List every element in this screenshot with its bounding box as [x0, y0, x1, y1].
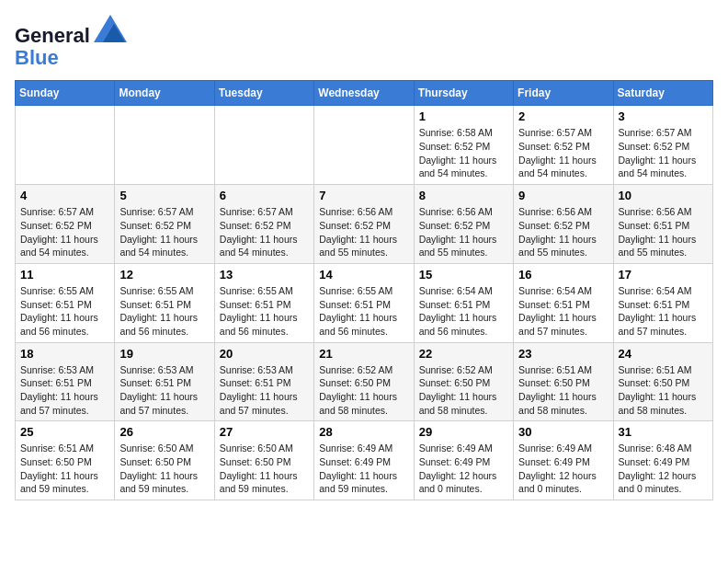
week-row-1: 1Sunrise: 6:58 AMSunset: 6:52 PMDaylight…	[16, 106, 713, 185]
day-info: Sunrise: 6:53 AMSunset: 6:51 PMDaylight:…	[20, 363, 109, 418]
calendar-cell: 1Sunrise: 6:58 AMSunset: 6:52 PMDaylight…	[414, 106, 513, 185]
calendar-cell: 12Sunrise: 6:55 AMSunset: 6:51 PMDayligh…	[115, 263, 214, 342]
day-info: Sunrise: 6:51 AMSunset: 6:50 PMDaylight:…	[518, 363, 608, 418]
day-info: Sunrise: 6:48 AMSunset: 6:49 PMDaylight:…	[619, 442, 708, 496]
calendar-cell: 10Sunrise: 6:56 AMSunset: 6:51 PMDayligh…	[613, 185, 712, 264]
calendar-cell: 22Sunrise: 6:52 AMSunset: 6:50 PMDayligh…	[414, 342, 513, 421]
day-number: 15	[419, 268, 508, 282]
day-number: 21	[319, 347, 408, 361]
logo-icon	[94, 15, 127, 42]
day-number: 27	[220, 425, 309, 439]
week-row-3: 11Sunrise: 6:55 AMSunset: 6:51 PMDayligh…	[16, 263, 713, 342]
calendar-cell: 18Sunrise: 6:53 AMSunset: 6:51 PMDayligh…	[16, 342, 115, 421]
day-info: Sunrise: 6:53 AMSunset: 6:51 PMDaylight:…	[119, 363, 209, 418]
day-number: 3	[619, 109, 708, 123]
day-number: 25	[20, 425, 109, 439]
calendar-cell: 9Sunrise: 6:56 AMSunset: 6:52 PMDaylight…	[514, 185, 613, 264]
calendar-cell: 15Sunrise: 6:54 AMSunset: 6:51 PMDayligh…	[414, 263, 513, 342]
day-info: Sunrise: 6:51 AMSunset: 6:50 PMDaylight:…	[619, 363, 708, 418]
day-number: 13	[220, 268, 309, 282]
day-info: Sunrise: 6:49 AMSunset: 6:49 PMDaylight:…	[319, 442, 408, 496]
day-info: Sunrise: 6:55 AMSunset: 6:51 PMDaylight:…	[220, 284, 309, 339]
day-info: Sunrise: 6:57 AMSunset: 6:52 PMDaylight:…	[518, 126, 608, 180]
day-info: Sunrise: 6:56 AMSunset: 6:52 PMDaylight:…	[319, 205, 408, 259]
day-number: 9	[518, 189, 608, 202]
day-number: 19	[119, 347, 209, 361]
calendar-cell: 23Sunrise: 6:51 AMSunset: 6:50 PMDayligh…	[514, 342, 613, 421]
day-number: 20	[220, 347, 309, 361]
weekday-header-sunday: Sunday	[16, 81, 115, 106]
day-number: 30	[518, 425, 608, 439]
calendar-cell: 25Sunrise: 6:51 AMSunset: 6:50 PMDayligh…	[16, 421, 115, 500]
day-number: 4	[20, 189, 109, 202]
weekday-header-tuesday: Tuesday	[214, 81, 313, 106]
day-number: 29	[419, 425, 508, 439]
day-number: 11	[20, 268, 109, 282]
calendar-cell	[314, 106, 414, 185]
day-info: Sunrise: 6:56 AMSunset: 6:52 PMDaylight:…	[518, 205, 608, 259]
calendar-cell: 24Sunrise: 6:51 AMSunset: 6:50 PMDayligh…	[613, 342, 712, 421]
day-number: 24	[619, 347, 708, 361]
day-info: Sunrise: 6:57 AMSunset: 6:52 PMDaylight:…	[220, 205, 309, 259]
calendar-cell: 20Sunrise: 6:53 AMSunset: 6:51 PMDayligh…	[214, 342, 313, 421]
calendar-cell	[115, 106, 214, 185]
calendar-cell: 31Sunrise: 6:48 AMSunset: 6:49 PMDayligh…	[613, 421, 712, 500]
weekday-header-monday: Monday	[115, 81, 214, 106]
day-info: Sunrise: 6:58 AMSunset: 6:52 PMDaylight:…	[419, 126, 508, 180]
day-number: 10	[619, 189, 708, 202]
week-row-5: 25Sunrise: 6:51 AMSunset: 6:50 PMDayligh…	[16, 421, 713, 500]
day-number: 14	[319, 268, 408, 282]
day-number: 28	[319, 425, 408, 439]
calendar-cell: 11Sunrise: 6:55 AMSunset: 6:51 PMDayligh…	[16, 263, 115, 342]
calendar-cell: 7Sunrise: 6:56 AMSunset: 6:52 PMDaylight…	[314, 185, 414, 264]
calendar-cell: 14Sunrise: 6:55 AMSunset: 6:51 PMDayligh…	[314, 263, 414, 342]
day-number: 8	[419, 189, 508, 202]
day-number: 5	[119, 189, 209, 202]
calendar-cell	[16, 106, 115, 185]
calendar-cell: 27Sunrise: 6:50 AMSunset: 6:50 PMDayligh…	[214, 421, 313, 500]
weekday-header-saturday: Saturday	[613, 81, 712, 106]
calendar-cell: 21Sunrise: 6:52 AMSunset: 6:50 PMDayligh…	[314, 342, 414, 421]
calendar-cell: 16Sunrise: 6:54 AMSunset: 6:51 PMDayligh…	[514, 263, 613, 342]
day-info: Sunrise: 6:52 AMSunset: 6:50 PMDaylight:…	[319, 363, 408, 418]
logo-text: General	[15, 15, 127, 47]
day-number: 6	[220, 189, 309, 202]
calendar-cell: 3Sunrise: 6:57 AMSunset: 6:52 PMDaylight…	[613, 106, 712, 185]
calendar-cell: 6Sunrise: 6:57 AMSunset: 6:52 PMDaylight…	[214, 185, 313, 264]
day-info: Sunrise: 6:49 AMSunset: 6:49 PMDaylight:…	[518, 442, 608, 496]
day-info: Sunrise: 6:56 AMSunset: 6:52 PMDaylight:…	[419, 205, 508, 259]
day-info: Sunrise: 6:53 AMSunset: 6:51 PMDaylight:…	[220, 363, 309, 418]
calendar-cell: 2Sunrise: 6:57 AMSunset: 6:52 PMDaylight…	[514, 106, 613, 185]
week-row-4: 18Sunrise: 6:53 AMSunset: 6:51 PMDayligh…	[16, 342, 713, 421]
calendar-cell: 29Sunrise: 6:49 AMSunset: 6:49 PMDayligh…	[414, 421, 513, 500]
day-number: 16	[518, 268, 608, 282]
day-info: Sunrise: 6:57 AMSunset: 6:52 PMDaylight:…	[20, 205, 109, 259]
weekday-header-row: SundayMondayTuesdayWednesdayThursdayFrid…	[16, 81, 713, 106]
calendar-cell: 28Sunrise: 6:49 AMSunset: 6:49 PMDayligh…	[314, 421, 414, 500]
logo-blue-text: Blue	[15, 47, 127, 69]
calendar-cell: 5Sunrise: 6:57 AMSunset: 6:52 PMDaylight…	[115, 185, 214, 264]
week-row-2: 4Sunrise: 6:57 AMSunset: 6:52 PMDaylight…	[16, 185, 713, 264]
calendar-table: SundayMondayTuesdayWednesdayThursdayFrid…	[15, 80, 713, 500]
calendar-cell: 19Sunrise: 6:53 AMSunset: 6:51 PMDayligh…	[115, 342, 214, 421]
day-info: Sunrise: 6:54 AMSunset: 6:51 PMDaylight:…	[518, 284, 608, 339]
calendar-cell: 17Sunrise: 6:54 AMSunset: 6:51 PMDayligh…	[613, 263, 712, 342]
day-number: 18	[20, 347, 109, 361]
day-info: Sunrise: 6:55 AMSunset: 6:51 PMDaylight:…	[319, 284, 408, 339]
calendar-cell: 4Sunrise: 6:57 AMSunset: 6:52 PMDaylight…	[16, 185, 115, 264]
day-number: 2	[518, 109, 608, 123]
day-number: 23	[518, 347, 608, 361]
day-info: Sunrise: 6:55 AMSunset: 6:51 PMDaylight:…	[119, 284, 209, 339]
day-number: 22	[419, 347, 508, 361]
day-number: 7	[319, 189, 408, 202]
calendar-cell: 13Sunrise: 6:55 AMSunset: 6:51 PMDayligh…	[214, 263, 313, 342]
day-info: Sunrise: 6:50 AMSunset: 6:50 PMDaylight:…	[119, 442, 209, 496]
logo: General Blue	[15, 15, 127, 69]
day-info: Sunrise: 6:51 AMSunset: 6:50 PMDaylight:…	[20, 442, 109, 496]
day-info: Sunrise: 6:57 AMSunset: 6:52 PMDaylight:…	[119, 205, 209, 259]
weekday-header-wednesday: Wednesday	[314, 81, 414, 106]
day-info: Sunrise: 6:54 AMSunset: 6:51 PMDaylight:…	[619, 284, 708, 339]
day-info: Sunrise: 6:50 AMSunset: 6:50 PMDaylight:…	[220, 442, 309, 496]
calendar-cell	[214, 106, 313, 185]
weekday-header-friday: Friday	[514, 81, 613, 106]
